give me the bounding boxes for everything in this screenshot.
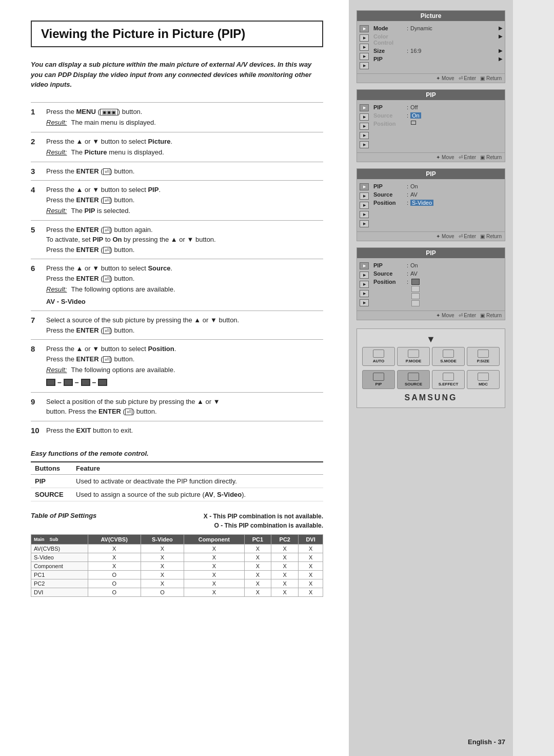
- remote-btn-auto[interactable]: AUTO: [362, 347, 395, 366]
- step-1-num: 1: [31, 107, 46, 116]
- step-7-num: 7: [31, 315, 46, 324]
- panel-icon-5: ▶: [360, 62, 369, 69]
- pip-row-pc1: PC1 O X X X X X: [31, 571, 323, 579]
- pip-row-label-component: Component: [31, 562, 88, 571]
- footer-return-4: ▣ Return: [480, 313, 502, 318]
- panel-arrow-pip: ▶: [499, 56, 503, 62]
- pip-cell: X: [244, 571, 271, 579]
- panel-icon-2: ▶: [360, 34, 369, 42]
- panel-picture-title: Picture: [357, 11, 505, 21]
- step-4-result-label: Result:: [46, 206, 67, 216]
- pmode-btn-shape: [408, 350, 419, 358]
- pip-table-title: Table of PIP Settings: [31, 512, 96, 519]
- pos-box-3: [411, 293, 420, 299]
- panel-pip1-row-pip: PIP : Off: [373, 103, 503, 111]
- panel-pip2-icons: ▶ ▶ ▶ ▶ ▶: [357, 181, 371, 229]
- step-2-result: The Picture menu is displayed.: [71, 147, 164, 158]
- panel-pip1-icon-4: ▶: [360, 132, 369, 139]
- right-sidebar: Picture ▶ ▶ ▶ ▶ ▶ Mode : Dynamic ▶ Color…: [349, 0, 513, 756]
- panel-pip2-pip-value: On: [410, 183, 418, 189]
- remote-btn-pip[interactable]: PIP: [362, 370, 395, 389]
- panel-pip1-row-source: Source : On: [373, 111, 503, 120]
- step-9-content: Select a position of the sub picture by …: [46, 397, 323, 417]
- step-5-num: 5: [31, 225, 46, 234]
- panel-picture-mode-value: Dynamic: [410, 25, 432, 31]
- pip-cell: O: [88, 579, 141, 588]
- remote-panel: ▼ AUTO P.MODE S.MODE P.SIZE PIP: [357, 328, 505, 408]
- step-2-content: Press the ▲ or ▼ button to select Pictur…: [46, 137, 323, 158]
- step-6: 6 Press the ▲ or ▼ button to select Sour…: [31, 259, 323, 311]
- auto-btn-label: AUTO: [373, 359, 385, 363]
- pip-note-x: X - This PIP combination is not availabl…: [204, 513, 323, 520]
- pip-row-label-pc2: PC2: [31, 579, 88, 588]
- pip-cell: X: [184, 571, 244, 579]
- source-btn-shape: [408, 373, 419, 381]
- panel-icon-1: ▶: [360, 25, 369, 32]
- step-1-result: The main menu is displayed.: [71, 118, 155, 128]
- panel-pip2-source-label: Source: [373, 191, 407, 198]
- panel-pip1-icon-5: ▶: [360, 141, 369, 148]
- panel-pip1-icon-1: ▶: [360, 104, 369, 111]
- seffect-btn-shape: [443, 373, 454, 381]
- step-1-content: Press the MENU (▣▣▣) button. Result: The…: [46, 107, 323, 128]
- pip-cell: X: [184, 562, 244, 571]
- panel-pip3-title: PIP: [357, 248, 505, 258]
- panel-pip3-icons: ▶ ▶ ▶ ▶ ▶: [357, 260, 371, 308]
- panel-arrow-size: ▶: [499, 48, 503, 54]
- pip-cell: X: [299, 553, 323, 562]
- panel-picture-icons: ▶ ▶ ▶ ▶ ▶: [357, 23, 371, 71]
- panel-pip2-position-value: S-Video: [410, 200, 433, 206]
- remote-btn-source[interactable]: SOURCE: [397, 370, 430, 389]
- panel-pip1-footer: ✦ Move ⏎ Enter ▣ Return: [357, 152, 505, 162]
- step-9: 9 Select a position of the sub picture b…: [31, 392, 323, 421]
- footer-move-4: ✦ Move: [436, 313, 454, 318]
- remote-btn-mdc[interactable]: MDC: [467, 370, 500, 389]
- step-6-options: AV - S-Video: [46, 297, 323, 307]
- panel-pip3-icon-2: ▶: [360, 272, 369, 279]
- panel-pip2-position-label: Position: [373, 200, 407, 206]
- footer-move-3: ✦ Move: [436, 234, 454, 239]
- remote-btn-pmode[interactable]: P.MODE: [397, 347, 430, 366]
- page-title: Viewing the Picture in Picture (PIP): [41, 27, 313, 41]
- english-label: English - 37: [357, 733, 505, 746]
- easy-functions-section: Easy functions of the remote control. Bu…: [31, 450, 323, 501]
- pip-cell: X: [184, 553, 244, 562]
- pip-btn-label: PIP: [375, 382, 382, 386]
- step-5: 5 Press the ENTER (⏎) button again. To a…: [31, 220, 323, 259]
- pip-cell: X: [244, 579, 271, 588]
- pip-cell: X: [184, 588, 244, 597]
- remote-btn-smode[interactable]: S.MODE: [432, 347, 465, 366]
- psize-btn-shape: [478, 350, 489, 358]
- pip-data-table: Main Sub AV(CVBS) S-Video Component PC1 …: [31, 534, 323, 597]
- pos-box-row-3: [411, 293, 420, 299]
- panel-pip2-source-value: AV: [410, 191, 418, 198]
- panel-pip3-body: ▶ ▶ ▶ ▶ ▶ PIP : On Source : AV Position: [357, 258, 505, 311]
- step-3-instruction: Press the ENTER (⏎) button.: [46, 167, 134, 175]
- panel-pip2-icon-2: ▶: [360, 192, 369, 200]
- remote-btn-seffect[interactable]: S.EFFECT: [432, 370, 465, 389]
- panel-pip3-pip-value: On: [410, 262, 418, 268]
- panel-pip1-rows: PIP : Off Source : On Position: [371, 102, 505, 150]
- panel-picture-row-mode: Mode : Dynamic ▶: [373, 24, 503, 32]
- pip-cell: X: [244, 545, 271, 553]
- panel-picture-row-colorcontrol: Color Control ▶: [373, 32, 503, 47]
- pos-icon-4: [98, 379, 107, 386]
- step-10-content: Press the EXIT button to exit.: [46, 425, 323, 436]
- remote-btn-psize[interactable]: P.SIZE: [467, 347, 500, 366]
- pip-cell: X: [271, 545, 299, 553]
- panel-pip3-icon-5: ▶: [360, 299, 369, 306]
- panel-pip3-source-label: Source: [373, 270, 407, 277]
- source-btn-label: SOURCE: [405, 382, 422, 386]
- pos-icon-3: [81, 379, 90, 386]
- step-6-num: 6: [31, 263, 46, 273]
- panel-icon-3: ▶: [360, 44, 369, 51]
- pos-box-4: [411, 300, 420, 306]
- panel-pip3-footer: ✦ Move ⏎ Enter ▣ Return: [357, 311, 505, 320]
- step-5-content: Press the ENTER (⏎) button again. To act…: [46, 225, 323, 255]
- panel-pip2: PIP ▶ ▶ ▶ ▶ ▶ PIP : On Source : AV: [357, 168, 505, 241]
- panel-picture-mode-label: Mode: [373, 25, 407, 31]
- pip-cell: X: [299, 588, 323, 597]
- smode-btn-shape: [443, 350, 454, 358]
- samsung-logo: SAMSUNG: [362, 393, 500, 402]
- step-3-num: 3: [31, 166, 46, 176]
